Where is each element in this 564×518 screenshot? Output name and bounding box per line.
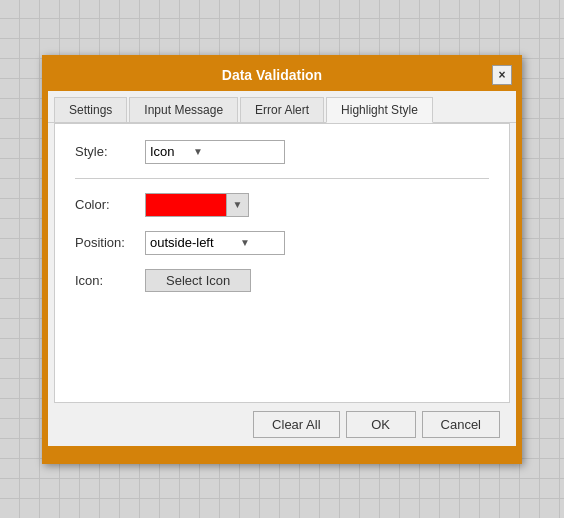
tab-settings[interactable]: Settings (54, 97, 127, 122)
style-control: Icon Text Fill ▼ (145, 140, 285, 164)
position-dropdown[interactable]: outside-left outside-right inside-left i… (145, 231, 285, 255)
color-swatch-wrap[interactable]: ▼ (145, 193, 249, 217)
position-label: Position: (75, 235, 145, 250)
footer: Clear All OK Cancel (54, 403, 510, 446)
position-select[interactable]: outside-left outside-right inside-left i… (150, 235, 238, 250)
separator (75, 178, 489, 179)
style-row: Style: Icon Text Fill ▼ (75, 140, 489, 164)
icon-control: Select Icon (145, 269, 251, 292)
color-dropdown-button[interactable]: ▼ (226, 194, 248, 216)
icon-label: Icon: (75, 273, 145, 288)
tab-input-message[interactable]: Input Message (129, 97, 238, 122)
color-row: Color: ▼ (75, 193, 489, 217)
style-dropdown[interactable]: Icon Text Fill ▼ (145, 140, 285, 164)
position-control: outside-left outside-right inside-left i… (145, 231, 285, 255)
tabs-bar: Settings Input Message Error Alert Highl… (48, 91, 516, 123)
tab-content-area: Style: Icon Text Fill ▼ Color: (54, 123, 510, 403)
ok-button[interactable]: OK (346, 411, 416, 438)
select-icon-button[interactable]: Select Icon (145, 269, 251, 292)
close-button[interactable]: × (492, 65, 512, 85)
icon-row: Icon: Select Icon (75, 269, 489, 292)
clear-all-button[interactable]: Clear All (253, 411, 339, 438)
cancel-button[interactable]: Cancel (422, 411, 500, 438)
style-label: Style: (75, 144, 145, 159)
color-swatch[interactable] (146, 194, 226, 216)
dialog-inner: Settings Input Message Error Alert Highl… (48, 91, 516, 446)
tab-error-alert[interactable]: Error Alert (240, 97, 324, 122)
dialog-title: Data Validation (52, 67, 492, 83)
dialog-window: Data Validation × Settings Input Message… (42, 55, 522, 464)
tab-highlight-style[interactable]: Highlight Style (326, 97, 433, 123)
color-control: ▼ (145, 193, 249, 217)
titlebar: Data Validation × (48, 61, 516, 91)
position-dropdown-arrow: ▼ (240, 237, 250, 248)
color-label: Color: (75, 197, 145, 212)
style-select[interactable]: Icon Text Fill (150, 144, 191, 159)
position-row: Position: outside-left outside-right ins… (75, 231, 489, 255)
style-dropdown-arrow: ▼ (193, 146, 203, 157)
bottom-border (48, 446, 516, 458)
